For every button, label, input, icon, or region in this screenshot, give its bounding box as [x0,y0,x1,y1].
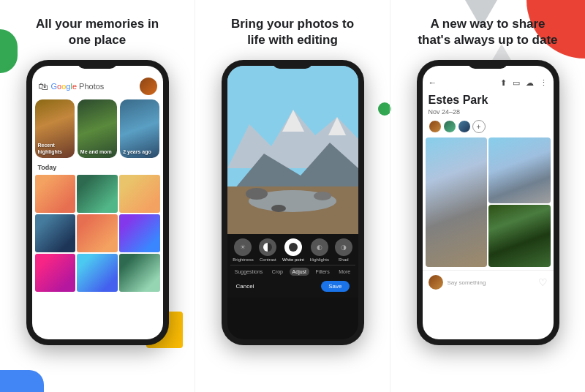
edit-tool-icons-row: ☀ Brightness Contrast [230,238,355,262]
tab-adjust[interactable]: Adjust [290,268,309,276]
phone-3-notch [468,60,508,69]
add-people-button[interactable]: + [472,120,486,133]
photo-cell-4[interactable] [35,214,76,252]
page-layout: All your memories in one place 🛍 Google … [0,0,585,392]
more-options-icon[interactable]: ⋮ [540,78,548,88]
memory-card-meandmom[interactable]: Me and mom [78,99,117,158]
meandmom-label: Me and mom [80,149,112,155]
brightness-tool[interactable]: ☀ Brightness [233,238,253,262]
photo-cell-8[interactable] [77,254,118,292]
album-photo-3[interactable] [488,205,551,267]
gp-header: 🛍 Google Photos [32,66,163,99]
svg-point-8 [314,192,331,200]
gp-logo: Google Photos [51,82,105,91]
whitepoint-label: White point [282,257,304,262]
album-avatar-1 [429,120,442,133]
highlights-label: Recenthighlights [38,143,62,155]
share-icon[interactable]: ⬆ [500,78,507,88]
album-comment-bar: Say something ♡ [423,270,554,294]
photo-cell-1[interactable] [35,175,76,213]
phone-1-screen: 🛍 Google Photos Recenthighlights [32,66,163,339]
gp-logo-area: 🛍 Google Photos [38,80,105,92]
memory-card-2yearsago[interactable]: 2 years ago [120,99,159,158]
album-avatar-3 [458,120,471,133]
save-button[interactable]: Save [321,281,349,292]
section-sharing: A new way to share that's always up to d… [390,0,585,392]
shadows-icon: ◑ [341,244,347,251]
user-avatar[interactable] [140,78,157,95]
highlights-icon: ◐ [317,244,322,251]
photo-cell-3[interactable] [119,175,160,213]
tab-suggestions[interactable]: Suggestions [232,268,266,276]
whitepoint-tool[interactable]: White point [282,238,304,262]
edit-photo [227,66,358,234]
album-avatars-row: + [423,120,554,137]
memory-card-highlights[interactable]: Recenthighlights [35,99,75,158]
photo-cell-6[interactable] [119,214,160,252]
album-photos-grid [423,137,554,267]
svg-point-7 [246,188,268,200]
phone-3-screen: ← ⬆ ▭ ☁ ⋮ Estes Park Nov 24–28 [423,66,554,339]
tab-more[interactable]: More [336,268,353,276]
section-1-headline: All your memories in one place [17,16,178,48]
whitepoint-icon [289,243,298,252]
edit-toolbar: ☀ Brightness Contrast [227,234,358,298]
section-memories: All your memories in one place 🛍 Google … [0,0,195,392]
shadows-label: Shad [339,257,349,262]
phone-1: 🛍 Google Photos Recenthighlights [26,60,169,345]
album-header-icons: ⬆ ▭ ☁ ⋮ [500,78,548,88]
whitepoint-circle [284,238,302,256]
mountain-scene [227,66,358,234]
svg-point-9 [271,205,286,212]
cancel-button[interactable]: Cancel [236,283,254,290]
highlights-tool[interactable]: ◐ Highlights [310,238,329,262]
album-title: Estes Park [429,94,548,107]
photo-cell-9[interactable] [119,254,160,292]
logo-photos: Photos [79,82,104,91]
highlights-label: Highlights [310,257,329,262]
contrast-icon [263,243,272,252]
photos-grid [32,175,163,292]
edit-actions-row: Cancel Save [230,278,355,295]
brightness-icon: ☀ [240,244,246,251]
section-2-headline: Bring your photos to life with editing [212,16,373,48]
commenter-avatar [429,275,443,290]
album-photo-1-tall[interactable] [426,137,488,267]
logo-e: e [72,82,77,91]
section-editing: Bring your photos to life with editing [195,0,390,392]
photo-cell-2[interactable] [77,175,118,213]
phone-3: ← ⬆ ▭ ☁ ⋮ Estes Park Nov 24–28 [417,60,559,345]
logo-g: G [51,82,58,91]
back-icon[interactable]: ← [429,78,437,88]
2yearsago-label: 2 years ago [123,149,151,155]
brightness-circle: ☀ [234,238,252,256]
photo-cell-5[interactable] [77,214,118,252]
album-date: Nov 24–28 [429,108,548,116]
album-avatar-2 [443,120,456,133]
photo-cell-7[interactable] [35,254,76,292]
tab-crop[interactable]: Crop [269,268,286,276]
highlights-circle: ◐ [311,238,328,256]
contrast-circle [259,238,276,256]
brightness-label: Brightness [233,257,253,262]
phone-1-notch [78,60,118,69]
contrast-tool[interactable]: Contrast [259,238,276,262]
shadows-tool[interactable]: ◑ Shad [335,238,352,262]
phone-2: ☀ Brightness Contrast [222,60,364,345]
album-title-section: Estes Park Nov 24–28 [423,94,554,120]
album-header: ← ⬆ ▭ ☁ ⋮ [423,66,554,94]
comment-placeholder[interactable]: Say something [448,279,486,286]
cloud-icon[interactable]: ☁ [526,78,534,88]
slideshow-icon[interactable]: ▭ [513,78,520,88]
shop-icon: 🛍 [38,80,48,92]
heart-icon[interactable]: ♡ [538,276,548,288]
contrast-label: Contrast [260,257,276,262]
today-label: Today [32,162,163,173]
tab-filters[interactable]: Filters [313,268,333,276]
memory-cards-row: Recenthighlights Me and mom 2 years ago [32,99,163,158]
comment-area: Say something [429,275,486,290]
phone-2-notch [273,60,313,69]
shadows-circle: ◑ [335,238,352,256]
album-photo-2[interactable] [488,137,551,203]
phone-2-screen: ☀ Brightness Contrast [227,66,358,339]
